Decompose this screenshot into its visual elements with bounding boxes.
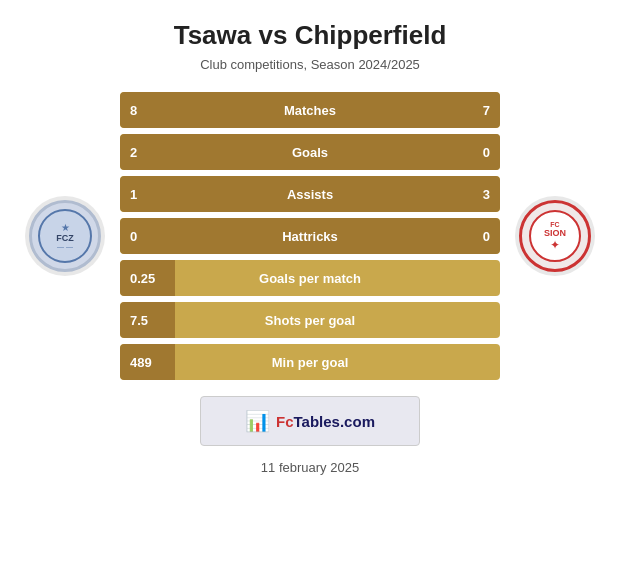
fcz-inner-circle: ★ FCZ — — bbox=[38, 209, 92, 263]
team-left-logo: ★ FCZ — — bbox=[20, 196, 110, 276]
stat-left-value: 7.5 bbox=[130, 313, 148, 328]
stat-left-value: 0.25 bbox=[130, 271, 155, 286]
sion-fc-text: FC bbox=[550, 221, 559, 228]
sion-logo-container: FC SION ✦ bbox=[515, 196, 595, 276]
sion-logo: FC SION ✦ bbox=[519, 200, 591, 272]
stat-row-matches: 8Matches7 bbox=[120, 92, 500, 128]
stat-row-goals: 2Goals0 bbox=[120, 134, 500, 170]
stat-row-hattricks: 0Hattricks0 bbox=[120, 218, 500, 254]
stat-right-value: 0 bbox=[483, 145, 490, 160]
fctables-fc: Fc bbox=[276, 413, 294, 430]
stat-label: Shots per goal bbox=[265, 313, 355, 328]
fcz-logo-container: ★ FCZ — — bbox=[25, 196, 105, 276]
team-right-logo: FC SION ✦ bbox=[510, 196, 600, 276]
fcz-text: FCZ bbox=[56, 233, 74, 243]
stat-right-value: 3 bbox=[483, 187, 490, 202]
fcz-bottom-decoration: — — bbox=[57, 243, 73, 250]
stat-label: Goals per match bbox=[259, 271, 361, 286]
page-subtitle: Club competitions, Season 2024/2025 bbox=[200, 57, 420, 72]
page-title: Tsawa vs Chipperfield bbox=[174, 20, 447, 51]
stat-row-assists: 1Assists3 bbox=[120, 176, 500, 212]
stat-right-value: 0 bbox=[483, 229, 490, 244]
stat-label: Matches bbox=[284, 103, 336, 118]
stat-left-value: 2 bbox=[130, 145, 137, 160]
fcz-star: ★ bbox=[61, 222, 70, 233]
comparison-area: ★ FCZ — — 8Matches72Goals01Assists30Hatt… bbox=[20, 92, 600, 380]
stat-row-min-per-goal: 489Min per goal bbox=[120, 344, 500, 380]
fctables-label: FcTables.com bbox=[276, 413, 375, 430]
footer-date: 11 february 2025 bbox=[261, 460, 359, 475]
fcz-logo: ★ FCZ — — bbox=[29, 200, 101, 272]
sion-star-icon: ✦ bbox=[550, 238, 560, 252]
fctables-chart-icon: 📊 bbox=[245, 409, 270, 433]
stats-section: 8Matches72Goals01Assists30Hattricks00.25… bbox=[120, 92, 500, 380]
sion-inner-circle: FC SION ✦ bbox=[529, 210, 581, 262]
stat-right-value: 7 bbox=[483, 103, 490, 118]
stat-row-goals-per-match: 0.25Goals per match bbox=[120, 260, 500, 296]
stat-label: Min per goal bbox=[272, 355, 349, 370]
fctables-banner[interactable]: 📊 FcTables.com bbox=[200, 396, 420, 446]
stat-left-value: 489 bbox=[130, 355, 152, 370]
stat-left-value: 8 bbox=[130, 103, 137, 118]
stat-label: Goals bbox=[292, 145, 328, 160]
stat-label: Assists bbox=[287, 187, 333, 202]
stat-left-value: 1 bbox=[130, 187, 137, 202]
stat-label: Hattricks bbox=[282, 229, 338, 244]
stat-row-shots-per-goal: 7.5Shots per goal bbox=[120, 302, 500, 338]
sion-name-text: SION bbox=[544, 228, 566, 238]
stat-left-value: 0 bbox=[130, 229, 137, 244]
